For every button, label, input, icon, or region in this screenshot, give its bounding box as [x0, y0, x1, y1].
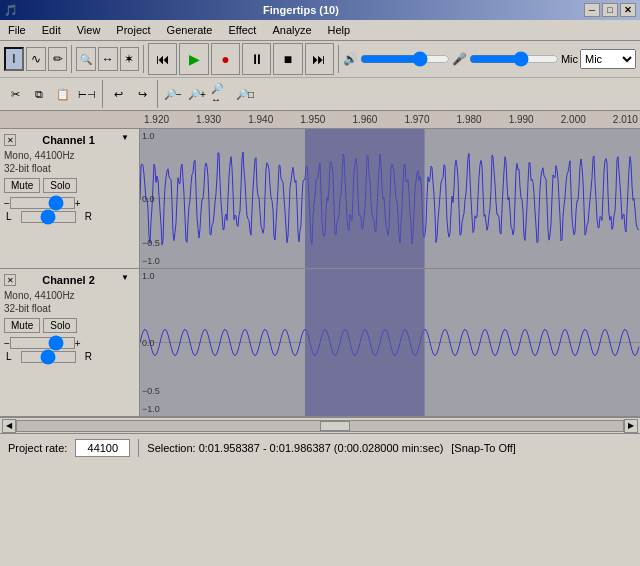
ch1-ymin1: −0.5 [142, 238, 160, 248]
project-rate-label: Project rate: [8, 442, 67, 454]
sep4 [102, 80, 103, 108]
volume-slider[interactable] [360, 51, 450, 67]
multi-tool-btn[interactable]: ✶ [120, 47, 140, 71]
menu-help[interactable]: Help [320, 22, 359, 38]
channel-2-controls: ✕ Channel 2 ▼ Mono, 44100Hz 32-bit float… [0, 269, 140, 416]
channel-2-mute-btn[interactable]: Mute [4, 318, 40, 333]
channel-2-info-line2: 32-bit float [4, 302, 135, 315]
menu-file[interactable]: File [0, 22, 34, 38]
cut-btn[interactable]: ✂ [4, 83, 26, 105]
pause-btn[interactable]: ⏸ [242, 43, 271, 75]
paste-btn[interactable]: 📋 [52, 83, 74, 105]
zoom-in-btn2[interactable]: 🔎+ [186, 83, 208, 105]
trim-btn[interactable]: ⊢⊣ [76, 83, 98, 105]
h-scrollbar[interactable] [16, 420, 624, 432]
menu-project[interactable]: Project [108, 22, 158, 38]
channel-1-waveform[interactable]: 1.0 0.0 −0.5 −1.0 [140, 129, 640, 268]
envelope-tool-btn[interactable]: ∿ [26, 47, 46, 71]
title-bar: 🎵 Fingertips (10) ─ □ ✕ [0, 0, 640, 20]
channel-1-header: ✕ Channel 1 ▼ [4, 133, 135, 147]
channel-1-dropdown[interactable]: ▼ [121, 133, 135, 147]
channel-1-close-btn[interactable]: ✕ [4, 134, 16, 146]
mic-icon: 🎤 [452, 52, 467, 66]
tl-10: 2.010 [613, 114, 638, 125]
window-controls: ─ □ ✕ [584, 3, 636, 17]
project-rate-input[interactable] [75, 439, 130, 457]
scroll-right-btn[interactable]: ▶ [624, 419, 638, 433]
record-btn[interactable]: ● [211, 43, 240, 75]
undo-btn[interactable]: ↩ [107, 83, 129, 105]
tl-8: 1.990 [509, 114, 534, 125]
channel-2-dropdown[interactable]: ▼ [121, 273, 135, 287]
channel-1-pan-slider[interactable] [21, 211, 76, 223]
scrollbar-thumb[interactable] [320, 421, 350, 431]
snap-info: [Snap-To Off] [451, 442, 516, 454]
channel-2-pan-slider[interactable] [21, 351, 76, 363]
zoom-icon: 🔍 [80, 54, 92, 65]
channel-1-strip: ✕ Channel 1 ▼ Mono, 44100Hz 32-bit float… [0, 129, 640, 269]
timeshift-icon: ↔ [102, 52, 114, 66]
channel-2-vol-slider[interactable] [10, 337, 75, 349]
menu-generate[interactable]: Generate [159, 22, 221, 38]
channel-1-vol-slider[interactable] [10, 197, 75, 209]
channel-2-solo-btn[interactable]: Solo [43, 318, 77, 333]
rewind-btn[interactable]: ⏮ [148, 43, 177, 75]
selection-info: Selection: 0:01.958387 - 0:01.986387 (0:… [147, 442, 443, 454]
toolbar-2: ✂ ⧉ 📋 ⊢⊣ ↩ ↪ 🔎− 🔎+ 🔎↔ 🔎□ [0, 78, 640, 111]
copy-btn[interactable]: ⧉ [28, 83, 50, 105]
zoom-fit-btn[interactable]: 🔎□ [234, 83, 256, 105]
zoom-in-tool-btn[interactable]: 🔍 [76, 47, 96, 71]
record-icon: ● [221, 51, 229, 67]
channel-1-info-line1: Mono, 44100Hz [4, 149, 135, 162]
input-selector[interactable]: Mic Line In Built-in [580, 49, 636, 69]
channel-1-volume-row: − + [4, 197, 135, 209]
menu-analyze[interactable]: Analyze [264, 22, 319, 38]
envelope-icon: ∿ [31, 52, 41, 66]
time-shift-tool-btn[interactable]: ↔ [98, 47, 118, 71]
menu-view[interactable]: View [69, 22, 109, 38]
play-icon: ▶ [189, 51, 200, 67]
minimize-btn[interactable]: ─ [584, 3, 600, 17]
window-title: Fingertips (10) [263, 4, 339, 16]
toolbar-1: I ∿ ✏ 🔍 ↔ ✶ ⏮ ▶ ● ⏸ ■ ⏭ 🔊 🎤 Mic Mic Line… [0, 41, 640, 78]
play-btn[interactable]: ▶ [179, 43, 208, 75]
channel-2-selection [305, 269, 425, 416]
channel-2-waveform[interactable]: 1.0 0.0 −0.5 −1.0 [140, 269, 640, 416]
sep3 [338, 45, 339, 73]
channel-1-selection [305, 129, 425, 268]
mic-label: Mic [561, 53, 578, 65]
timeline[interactable]: 1.920 1.930 1.940 1.950 1.960 1.970 1.98… [0, 111, 640, 129]
status-divider [138, 439, 139, 457]
timeline-labels: 1.920 1.930 1.940 1.950 1.960 1.970 1.98… [142, 114, 640, 125]
zoom-out-btn[interactable]: 🔎− [162, 83, 184, 105]
mic-slider[interactable] [469, 51, 559, 67]
menu-effect[interactable]: Effect [220, 22, 264, 38]
channel-2-vol-plus: + [75, 338, 81, 349]
draw-tool-btn[interactable]: ✏ [48, 47, 68, 71]
ffwd-icon: ⏭ [312, 51, 326, 67]
close-btn[interactable]: ✕ [620, 3, 636, 17]
menu-edit[interactable]: Edit [34, 22, 69, 38]
draw-icon: ✏ [53, 52, 63, 66]
channel-1-mute-btn[interactable]: Mute [4, 178, 40, 193]
ch1-ymin2: −1.0 [142, 256, 160, 266]
channel-1-lr: L R [4, 211, 94, 223]
channel-2-lr: L R [4, 351, 94, 363]
channel-2-name: Channel 2 [16, 274, 121, 286]
scrollbar-area: ◀ ▶ [0, 417, 640, 433]
scroll-left-btn[interactable]: ◀ [2, 419, 16, 433]
rewind-icon: ⏮ [156, 51, 170, 67]
ffwd-btn[interactable]: ⏭ [305, 43, 334, 75]
channel-2-strip: ✕ Channel 2 ▼ Mono, 44100Hz 32-bit float… [0, 269, 640, 417]
ch1-ymax: 1.0 [142, 131, 155, 141]
tl-3: 1.940 [248, 114, 273, 125]
zoom-sel-btn[interactable]: 🔎↔ [210, 83, 232, 105]
channel-2-pan-r: R [85, 351, 92, 363]
multi-icon: ✶ [124, 52, 134, 66]
stop-btn[interactable]: ■ [273, 43, 302, 75]
channel-2-close-btn[interactable]: ✕ [4, 274, 16, 286]
channel-1-solo-btn[interactable]: Solo [43, 178, 77, 193]
select-tool-btn[interactable]: I [4, 47, 24, 71]
maximize-btn[interactable]: □ [602, 3, 618, 17]
redo-btn[interactable]: ↪ [131, 83, 153, 105]
